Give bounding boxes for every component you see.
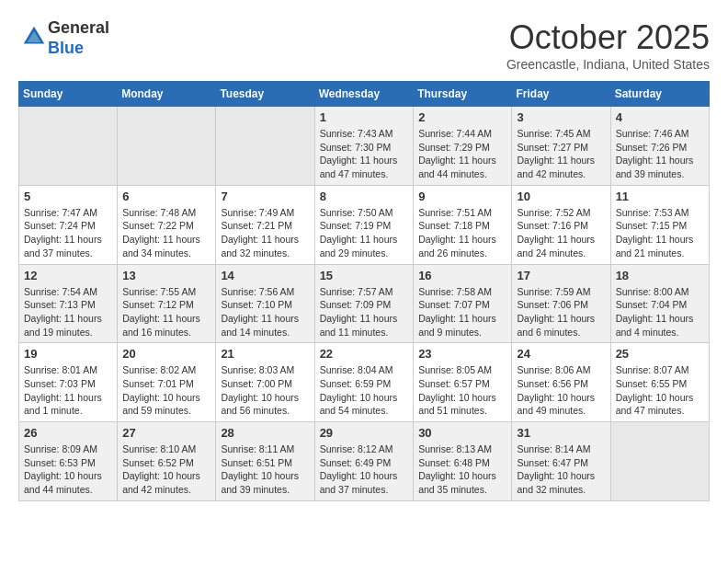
day-info: Sunrise: 8:04 AM Sunset: 6:59 PM Dayligh… [320, 363, 409, 418]
table-row: 10Sunrise: 7:52 AM Sunset: 7:16 PM Dayli… [512, 185, 610, 264]
day-info: Sunrise: 7:57 AM Sunset: 7:09 PM Dayligh… [320, 285, 409, 339]
day-info: Sunrise: 8:05 AM Sunset: 6:57 PM Dayligh… [418, 363, 506, 418]
day-number: 18 [616, 269, 704, 282]
day-number: 27 [122, 426, 210, 440]
day-number: 7 [221, 190, 309, 203]
day-info: Sunrise: 8:12 AM Sunset: 6:49 PM Dayligh… [320, 442, 409, 497]
day-info: Sunrise: 7:52 AM Sunset: 7:16 PM Dayligh… [517, 206, 605, 260]
day-number: 11 [616, 190, 704, 203]
calendar-week-row: 19Sunrise: 8:01 AM Sunset: 7:03 PM Dayli… [19, 343, 710, 422]
day-number: 29 [320, 426, 409, 440]
logo-text: General Blue [48, 18, 109, 58]
day-info: Sunrise: 7:50 AM Sunset: 7:19 PM Dayligh… [320, 206, 409, 260]
logo: General Blue [18, 18, 109, 58]
day-number: 25 [616, 347, 704, 361]
table-row: 23Sunrise: 8:05 AM Sunset: 6:57 PM Dayli… [414, 343, 512, 422]
day-number: 23 [418, 347, 506, 361]
table-row: 9Sunrise: 7:51 AM Sunset: 7:18 PM Daylig… [414, 185, 512, 264]
calendar-week-row: 26Sunrise: 8:09 AM Sunset: 6:53 PM Dayli… [19, 422, 710, 501]
weekday-header-row: SundayMondayTuesdayWednesdayThursdayFrid… [19, 82, 710, 107]
day-number: 19 [24, 347, 112, 361]
day-info: Sunrise: 7:46 AM Sunset: 7:26 PM Dayligh… [616, 127, 704, 181]
table-row: 27Sunrise: 8:10 AM Sunset: 6:52 PM Dayli… [118, 422, 216, 501]
day-number: 17 [517, 269, 605, 282]
table-row: 8Sunrise: 7:50 AM Sunset: 7:19 PM Daylig… [314, 185, 414, 264]
table-row: 24Sunrise: 8:06 AM Sunset: 6:56 PM Dayli… [512, 343, 610, 422]
day-number: 30 [418, 426, 506, 440]
day-number: 22 [320, 347, 409, 361]
day-info: Sunrise: 7:47 AM Sunset: 7:24 PM Dayligh… [24, 206, 112, 260]
day-number: 12 [24, 269, 112, 282]
day-info: Sunrise: 7:49 AM Sunset: 7:21 PM Dayligh… [221, 206, 309, 260]
table-row: 31Sunrise: 8:14 AM Sunset: 6:47 PM Dayli… [512, 422, 610, 501]
calendar-week-row: 5Sunrise: 7:47 AM Sunset: 7:24 PM Daylig… [19, 185, 710, 264]
day-info: Sunrise: 8:09 AM Sunset: 6:53 PM Dayligh… [24, 442, 112, 497]
table-row: 26Sunrise: 8:09 AM Sunset: 6:53 PM Dayli… [19, 422, 118, 501]
day-number: 1 [320, 110, 409, 124]
table-row: 14Sunrise: 7:56 AM Sunset: 7:10 PM Dayli… [216, 264, 314, 343]
day-number: 15 [320, 269, 409, 282]
weekday-friday: Friday [512, 82, 610, 107]
weekday-thursday: Thursday [414, 82, 512, 107]
day-info: Sunrise: 8:00 AM Sunset: 7:04 PM Dayligh… [616, 285, 704, 339]
day-number: 20 [122, 347, 210, 361]
weekday-monday: Monday [118, 82, 216, 107]
weekday-tuesday: Tuesday [216, 82, 314, 107]
table-row: 7Sunrise: 7:49 AM Sunset: 7:21 PM Daylig… [216, 185, 314, 264]
table-row [118, 107, 216, 186]
table-row: 2Sunrise: 7:44 AM Sunset: 7:29 PM Daylig… [414, 107, 512, 186]
day-number: 13 [122, 269, 210, 282]
table-row: 17Sunrise: 7:59 AM Sunset: 7:06 PM Dayli… [512, 264, 610, 343]
day-info: Sunrise: 7:54 AM Sunset: 7:13 PM Dayligh… [24, 285, 112, 339]
day-number: 9 [418, 190, 506, 203]
day-info: Sunrise: 7:44 AM Sunset: 7:29 PM Dayligh… [418, 127, 506, 181]
day-info: Sunrise: 7:53 AM Sunset: 7:15 PM Dayligh… [616, 206, 704, 260]
table-row: 16Sunrise: 7:58 AM Sunset: 7:07 PM Dayli… [414, 264, 512, 343]
table-row: 25Sunrise: 8:07 AM Sunset: 6:55 PM Dayli… [610, 343, 709, 422]
day-info: Sunrise: 8:02 AM Sunset: 7:01 PM Dayligh… [122, 363, 210, 418]
calendar-table: SundayMondayTuesdayWednesdayThursdayFrid… [18, 81, 710, 501]
day-number: 8 [320, 190, 409, 203]
calendar-week-row: 12Sunrise: 7:54 AM Sunset: 7:13 PM Dayli… [19, 264, 710, 343]
table-row: 4Sunrise: 7:46 AM Sunset: 7:26 PM Daylig… [610, 107, 709, 186]
location: Greencastle, Indiana, United States [506, 57, 710, 72]
day-number: 31 [517, 426, 605, 440]
day-number: 16 [418, 269, 506, 282]
day-info: Sunrise: 7:59 AM Sunset: 7:06 PM Dayligh… [517, 285, 605, 339]
day-info: Sunrise: 8:03 AM Sunset: 7:00 PM Dayligh… [221, 363, 309, 418]
day-info: Sunrise: 7:58 AM Sunset: 7:07 PM Dayligh… [418, 285, 506, 339]
table-row [216, 107, 314, 186]
page-header: General Blue October 2025 Greencastle, I… [18, 18, 710, 72]
table-row: 15Sunrise: 7:57 AM Sunset: 7:09 PM Dayli… [314, 264, 414, 343]
day-info: Sunrise: 8:06 AM Sunset: 6:56 PM Dayligh… [517, 363, 605, 418]
title-block: October 2025 Greencastle, Indiana, Unite… [506, 18, 710, 72]
day-info: Sunrise: 7:56 AM Sunset: 7:10 PM Dayligh… [221, 285, 309, 339]
day-info: Sunrise: 7:43 AM Sunset: 7:30 PM Dayligh… [320, 127, 409, 181]
table-row: 20Sunrise: 8:02 AM Sunset: 7:01 PM Dayli… [118, 343, 216, 422]
day-number: 5 [24, 190, 112, 203]
table-row: 6Sunrise: 7:48 AM Sunset: 7:22 PM Daylig… [118, 185, 216, 264]
table-row: 12Sunrise: 7:54 AM Sunset: 7:13 PM Dayli… [19, 264, 118, 343]
day-number: 6 [122, 190, 210, 203]
day-number: 24 [517, 347, 605, 361]
day-info: Sunrise: 7:51 AM Sunset: 7:18 PM Dayligh… [418, 206, 506, 260]
day-number: 21 [221, 347, 309, 361]
logo-icon [20, 23, 48, 51]
table-row: 18Sunrise: 8:00 AM Sunset: 7:04 PM Dayli… [610, 264, 709, 343]
table-row: 19Sunrise: 8:01 AM Sunset: 7:03 PM Dayli… [19, 343, 118, 422]
table-row: 21Sunrise: 8:03 AM Sunset: 7:00 PM Dayli… [216, 343, 314, 422]
day-info: Sunrise: 8:13 AM Sunset: 6:48 PM Dayligh… [418, 442, 506, 497]
day-info: Sunrise: 7:45 AM Sunset: 7:27 PM Dayligh… [517, 127, 605, 181]
day-number: 4 [616, 110, 704, 124]
day-info: Sunrise: 7:55 AM Sunset: 7:12 PM Dayligh… [122, 285, 210, 339]
day-number: 26 [24, 426, 112, 440]
day-info: Sunrise: 8:01 AM Sunset: 7:03 PM Dayligh… [24, 363, 112, 418]
table-row: 5Sunrise: 7:47 AM Sunset: 7:24 PM Daylig… [19, 185, 118, 264]
month-title: October 2025 [506, 18, 710, 57]
day-info: Sunrise: 8:14 AM Sunset: 6:47 PM Dayligh… [517, 442, 605, 497]
table-row: 28Sunrise: 8:11 AM Sunset: 6:51 PM Dayli… [216, 422, 314, 501]
day-number: 28 [221, 426, 309, 440]
table-row: 13Sunrise: 7:55 AM Sunset: 7:12 PM Dayli… [118, 264, 216, 343]
weekday-wednesday: Wednesday [314, 82, 414, 107]
day-info: Sunrise: 8:07 AM Sunset: 6:55 PM Dayligh… [616, 363, 704, 418]
